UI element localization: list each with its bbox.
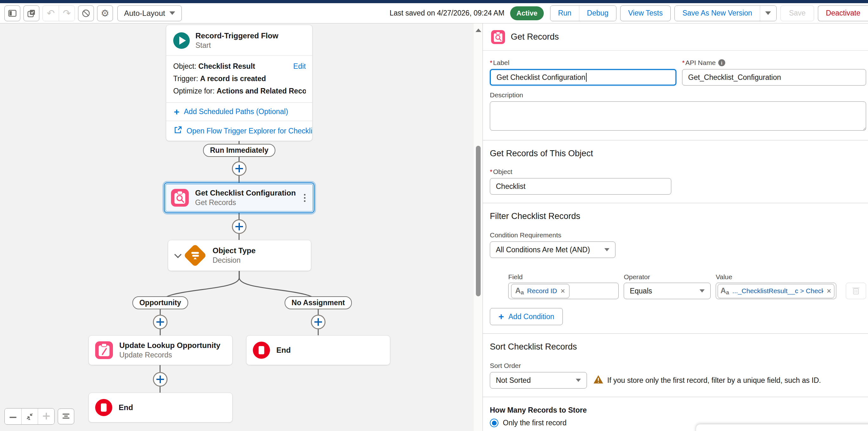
object-input[interactable]: Checklist: [490, 178, 671, 195]
end-node[interactable]: End: [246, 335, 390, 365]
info-icon[interactable]: i: [718, 59, 725, 66]
operator-value: Equals: [630, 287, 652, 295]
label-input[interactable]: Get Checklist Configuration: [490, 69, 676, 86]
update-records-icon: [95, 341, 113, 359]
chevron-down-icon: [765, 11, 771, 15]
value-pill[interactable]: Aa ..._ChecklistResult__c > Checklist ✕: [718, 284, 834, 298]
text-cursor: [586, 73, 587, 82]
api-name-field-label: *API Namei: [682, 59, 866, 67]
api-name-input-value: Get_Checklist_Configuration: [688, 73, 781, 82]
add-element-button[interactable]: [153, 372, 167, 387]
optimize-label: Optimize for:: [173, 87, 217, 95]
select-elements-button[interactable]: [24, 5, 39, 21]
object-section-heading: Get Records of This Object: [490, 148, 866, 159]
chevron-down-icon: [576, 379, 581, 382]
edit-link[interactable]: Edit: [293, 60, 306, 73]
save-as-new-version-button[interactable]: Save As New Version: [675, 6, 760, 21]
chevron-down-icon: [169, 11, 175, 15]
node-menu-icon[interactable]: [302, 192, 307, 204]
field-input[interactable]: Aa Record ID ✕: [508, 283, 619, 299]
run-button[interactable]: Run: [551, 6, 579, 21]
cutoff-popover: [696, 424, 868, 431]
flow-canvas[interactable]: Record-Triggered Flow Start Edit Object:…: [0, 24, 474, 431]
delete-condition-button[interactable]: [846, 283, 866, 299]
save-button[interactable]: Save: [780, 5, 814, 21]
toolbar-left-group: ↶ ↷ ⚙ Auto-Layout: [4, 5, 182, 21]
focus-selected-button[interactable]: [58, 408, 74, 424]
section-divider: [483, 203, 868, 203]
api-name-input[interactable]: Get_Checklist_Configuration: [682, 69, 866, 86]
start-node-header[interactable]: Record-Triggered Flow Start: [166, 25, 312, 56]
zoom-in-button[interactable]: [38, 408, 54, 424]
open-trigger-explorer-link[interactable]: Open Flow Trigger Explorer for Checkli..…: [166, 121, 312, 141]
redo-button[interactable]: ↷: [59, 6, 74, 21]
add-element-button[interactable]: [311, 315, 326, 329]
decision-node[interactable]: Object Type Decision: [168, 240, 311, 271]
main-area: Record-Triggered Flow Start Edit Object:…: [0, 24, 868, 431]
undo-button[interactable]: ↶: [43, 6, 59, 21]
field-pill[interactable]: Aa Record ID ✕: [511, 284, 569, 298]
get-node-title: Get Checklist Configuration: [195, 189, 296, 197]
view-warnings-button[interactable]: [78, 5, 94, 21]
filter-condition-row: Field Aa Record ID ✕ Operator Equal: [508, 273, 866, 299]
add-condition-button[interactable]: + Add Condition: [490, 308, 563, 325]
zoom-controls: [4, 408, 74, 425]
fit-view-button[interactable]: [21, 408, 38, 424]
flow-builder-window: ↶ ↷ ⚙ Auto-Layout Last saved on 4/27/202…: [0, 0, 868, 431]
field-label: Field: [508, 273, 619, 281]
redo-icon: ↷: [63, 8, 71, 19]
deactivate-button[interactable]: Deactivate: [818, 5, 868, 21]
end-node[interactable]: End: [89, 393, 232, 423]
radio-selected-icon[interactable]: [490, 419, 498, 427]
description-label: Description: [490, 91, 866, 99]
sort-order-dropdown[interactable]: Not Sorted: [490, 372, 587, 389]
collapse-arrows-icon: [26, 412, 34, 421]
condition-requirements-value: All Conditions Are Met (AND): [496, 245, 590, 254]
save-as-new-version-group: Save As New Version: [675, 5, 777, 21]
trash-icon: [852, 286, 860, 296]
sort-warning-text: If you store only the first record, filt…: [607, 376, 821, 385]
condition-requirements-dropdown[interactable]: All Conditions Are Met (AND): [490, 241, 616, 258]
branch-pill-opportunity: Opportunity: [132, 296, 188, 309]
add-scheduled-paths-link[interactable]: + Add Scheduled Paths (Optional): [166, 103, 312, 121]
value-input[interactable]: Aa ..._ChecklistResult__c > Checklist ✕: [716, 283, 836, 299]
minus-icon: [9, 414, 17, 419]
sort-order-label: Sort Order: [490, 362, 866, 369]
add-element-button[interactable]: [232, 161, 247, 176]
settings-button[interactable]: ⚙: [97, 5, 113, 21]
optimize-value: Actions and Related Recor...: [217, 87, 306, 95]
layout-mode-dropdown[interactable]: Auto-Layout: [117, 5, 182, 21]
panel-header: Get Records: [483, 24, 868, 51]
undo-icon: ↶: [46, 8, 55, 19]
panel-body: *Label Get Checklist Configuration *API …: [483, 59, 868, 431]
collapse-branches-icon[interactable]: [175, 251, 182, 258]
warning-icon: [593, 375, 603, 386]
save-options-caret-button[interactable]: [760, 6, 776, 21]
view-tests-button[interactable]: View Tests: [620, 5, 671, 21]
remove-icon[interactable]: ✕: [827, 288, 832, 295]
section-divider: [483, 140, 868, 140]
external-link-icon: [174, 126, 182, 136]
trigger-value: A record is created: [200, 74, 266, 83]
start-node-details: Edit Object: Checklist Result Trigger: A…: [166, 56, 312, 103]
operator-dropdown[interactable]: Equals: [624, 283, 711, 299]
object-label: Object:: [173, 62, 198, 70]
remove-icon[interactable]: ✕: [560, 288, 565, 295]
add-element-button[interactable]: [153, 315, 167, 329]
scroll-up-arrow[interactable]: [475, 29, 481, 32]
section-divider: [483, 397, 868, 397]
start-play-icon: [173, 32, 190, 49]
get-records-node[interactable]: Get Checklist Configuration Get Records: [164, 183, 314, 213]
plus-icon: +: [174, 108, 180, 115]
description-textarea[interactable]: [490, 101, 866, 131]
plus-icon: [43, 412, 50, 421]
scrollbar-thumb[interactable]: [476, 146, 480, 296]
chevron-down-icon: [604, 248, 610, 251]
debug-button[interactable]: Debug: [579, 6, 616, 21]
update-records-node[interactable]: Update Lookup Opportunity Update Records: [89, 335, 232, 365]
toggle-panel-button[interactable]: [4, 5, 20, 21]
label-field-label: *Label: [490, 59, 676, 67]
start-node[interactable]: Record-Triggered Flow Start Edit Object:…: [166, 25, 312, 141]
add-element-button[interactable]: [232, 219, 247, 234]
zoom-out-button[interactable]: [5, 408, 21, 424]
